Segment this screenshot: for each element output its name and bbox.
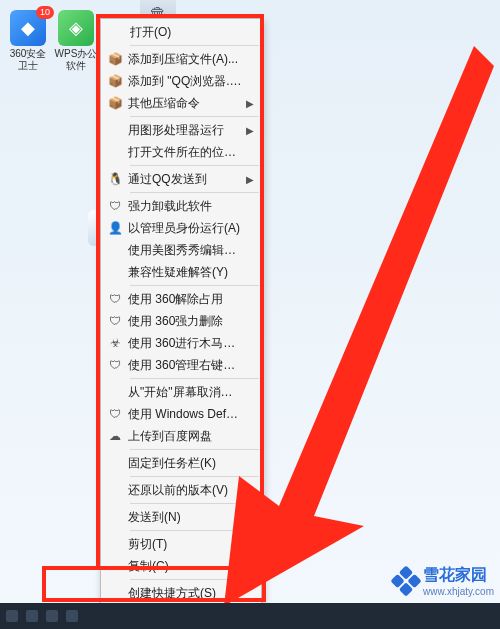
menu-item-label: 添加到压缩文件(A)... (128, 51, 244, 68)
separator (130, 378, 259, 379)
menu-item-icon: 🛡 (106, 406, 124, 422)
menu-item[interactable]: 还原以前的版本(V) (102, 479, 260, 501)
menu-item-label: 通过QQ发送到 (128, 171, 244, 188)
menu-item[interactable]: 📦其他压缩命令▶ (102, 92, 260, 114)
menu-item[interactable]: ☁上传到百度网盘 (102, 425, 260, 447)
menu-item[interactable]: ☣使用 360进行木马云查杀 (102, 332, 260, 354)
menu-item-label: 剪切(T) (128, 536, 244, 553)
menu-item[interactable]: 固定到任务栏(K) (102, 452, 260, 474)
watermark-url: www.xhjaty.com (423, 586, 494, 597)
menu-item-label: 兼容性疑难解答(Y) (128, 264, 244, 281)
menu-item[interactable]: 从"开始"屏幕取消固定(P) (102, 381, 260, 403)
separator (130, 530, 259, 531)
separator (130, 116, 259, 117)
desktop-icon-0[interactable]: ◆10 360安全卫士 (6, 10, 50, 72)
menu-item-icon (106, 558, 124, 574)
menu-item[interactable]: 发送到(N)▶ (102, 506, 260, 528)
menu-item[interactable]: 🛡使用 Windows Defender扫描... (102, 403, 260, 425)
menu-item[interactable]: 用图形处理器运行▶ (102, 119, 260, 141)
taskbar-item[interactable] (46, 610, 58, 622)
menu-item-label: 以管理员身份运行(A) (128, 220, 244, 237)
menu-item[interactable]: 🛡强力卸载此软件 (102, 195, 260, 217)
desktop-background: ◆10 360安全卫士 ◈ WPS办公软件 🗑 ◷ 123 打开(O) 📦添加到… (0, 0, 500, 629)
menu-item-icon (106, 384, 124, 400)
submenu-chevron-icon: ▶ (244, 512, 254, 523)
menu-item-icon: 📦 (106, 95, 124, 111)
menu-item-icon (106, 242, 124, 258)
menu-item-label: 其他压缩命令 (128, 95, 244, 112)
menu-item-label: 固定到任务栏(K) (128, 455, 244, 472)
menu-item-icon: 📦 (106, 51, 124, 67)
separator (130, 285, 259, 286)
shield-icon: ◆10 (10, 10, 46, 46)
snowflake-icon (390, 565, 421, 596)
watermark: 雪花家园 www.xhjaty.com (395, 565, 494, 597)
taskbar-item[interactable] (66, 610, 78, 622)
menu-item-icon: 👤 (106, 220, 124, 236)
menu-item-label: 使用 360强力删除 (128, 313, 244, 330)
badge: 10 (36, 6, 54, 19)
menu-item-label: 使用 360管理右键菜单 (128, 357, 244, 374)
menu-item-label: 发送到(N) (128, 509, 244, 526)
cube-icon: ◈ (58, 10, 94, 46)
watermark-title: 雪花家园 (423, 565, 494, 586)
menu-item-icon (106, 585, 124, 601)
separator (130, 579, 259, 580)
menu-item[interactable]: 👤以管理员身份运行(A) (102, 217, 260, 239)
menu-item[interactable]: 🛡使用 360解除占用 (102, 288, 260, 310)
menu-item-icon: ☁ (106, 428, 124, 444)
menu-item[interactable]: 打开文件所在的位置(I) (102, 141, 260, 163)
separator (130, 192, 259, 193)
svg-marker-0 (224, 46, 494, 606)
menu-item-label: 上传到百度网盘 (128, 428, 244, 445)
context-menu: 打开(O) 📦添加到压缩文件(A)...📦添加到 "QQ浏览器.zip"(T)📦… (100, 18, 262, 629)
menu-item[interactable]: 复制(C) (102, 555, 260, 577)
separator (130, 476, 259, 477)
menu-item-icon: 🛡 (106, 291, 124, 307)
menu-item-label: 打开(O) (130, 24, 254, 41)
menu-item-label: 创建快捷方式(S) (128, 585, 244, 602)
menu-item-icon: 🐧 (106, 171, 124, 187)
menu-item-open[interactable]: 打开(O) (102, 21, 260, 43)
menu-item-label: 复制(C) (128, 558, 244, 575)
menu-item[interactable]: 📦添加到压缩文件(A)... (102, 48, 260, 70)
menu-item[interactable]: 使用美图秀秀编辑和美化 (102, 239, 260, 261)
icon-label: 360安全卫士 (6, 48, 50, 72)
menu-item-label: 使用 360解除占用 (128, 291, 244, 308)
menu-item[interactable]: 创建快捷方式(S) (102, 582, 260, 604)
menu-item[interactable]: 兼容性疑难解答(Y) (102, 261, 260, 283)
menu-item-icon: 📦 (106, 73, 124, 89)
separator (130, 449, 259, 450)
menu-item-icon: 🛡 (106, 357, 124, 373)
menu-item-label: 添加到 "QQ浏览器.zip"(T) (128, 73, 244, 90)
menu-item-label: 打开文件所在的位置(I) (128, 144, 244, 161)
taskbar-item[interactable] (26, 610, 38, 622)
separator (130, 165, 259, 166)
menu-item[interactable]: 🐧通过QQ发送到▶ (102, 168, 260, 190)
taskbar[interactable] (0, 603, 500, 629)
start-button[interactable] (6, 610, 18, 622)
menu-item-icon: ☣ (106, 335, 124, 351)
menu-item-icon: 🛡 (106, 198, 124, 214)
menu-item-icon: 🛡 (106, 313, 124, 329)
separator (130, 45, 259, 46)
menu-item[interactable]: 🛡使用 360管理右键菜单 (102, 354, 260, 376)
menu-item-label: 强力卸载此软件 (128, 198, 244, 215)
desktop-icon-1[interactable]: ◈ WPS办公软件 (54, 10, 98, 72)
submenu-chevron-icon: ▶ (244, 98, 254, 109)
menu-item-icon (106, 509, 124, 525)
menu-item-icon (106, 455, 124, 471)
menu-item-icon (106, 482, 124, 498)
menu-item[interactable]: 剪切(T) (102, 533, 260, 555)
menu-item-icon (106, 264, 124, 280)
menu-item-label: 使用美图秀秀编辑和美化 (128, 242, 244, 259)
separator (130, 503, 259, 504)
menu-item-label: 使用 360进行木马云查杀 (128, 335, 244, 352)
menu-item[interactable]: 🛡使用 360强力删除 (102, 310, 260, 332)
submenu-chevron-icon: ▶ (244, 125, 254, 136)
menu-item-icon (106, 144, 124, 160)
submenu-chevron-icon: ▶ (244, 174, 254, 185)
menu-item-label: 用图形处理器运行 (128, 122, 244, 139)
menu-item-label: 使用 Windows Defender扫描... (128, 406, 244, 423)
menu-item[interactable]: 📦添加到 "QQ浏览器.zip"(T) (102, 70, 260, 92)
